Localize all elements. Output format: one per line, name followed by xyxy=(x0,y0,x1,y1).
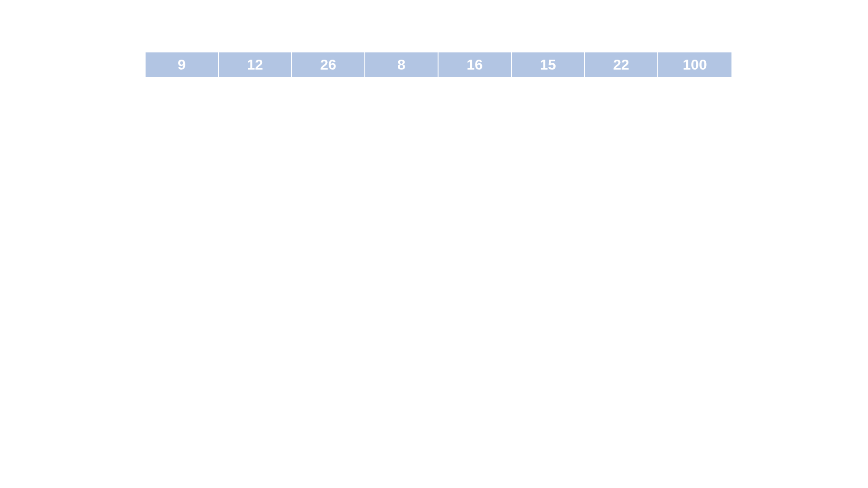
cell-value: 26 xyxy=(320,56,336,73)
cell: 16 xyxy=(439,52,512,77)
cell-value: 8 xyxy=(397,56,406,73)
cell-value: 12 xyxy=(247,56,263,73)
cell: 15 xyxy=(512,52,585,77)
cell-value: 100 xyxy=(683,56,707,73)
cell: 22 xyxy=(585,52,658,77)
cell: 8 xyxy=(365,52,439,77)
cell-value: 22 xyxy=(613,56,629,73)
cell: 100 xyxy=(658,52,731,77)
number-row: 9 12 26 8 16 15 22 100 xyxy=(146,52,731,77)
cell: 9 xyxy=(146,52,219,77)
cell: 26 xyxy=(292,52,365,77)
cell: 12 xyxy=(219,52,292,77)
cell-value: 15 xyxy=(540,56,556,73)
cell-value: 16 xyxy=(467,56,483,73)
cell-value: 9 xyxy=(178,56,186,73)
